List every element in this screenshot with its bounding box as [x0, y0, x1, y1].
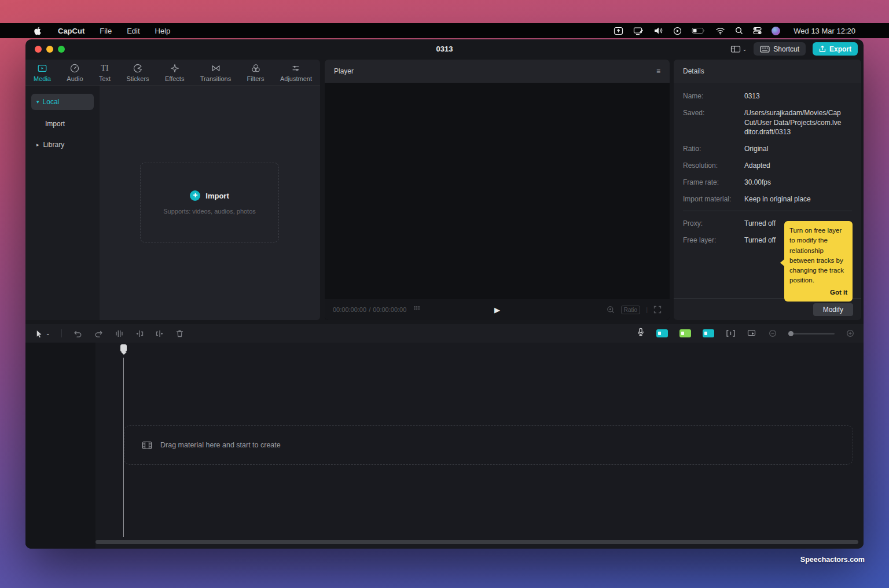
tooltip-text: Turn on free layer to modify the relatio…	[789, 226, 847, 286]
tab-adjustment-label: Adjustment	[280, 75, 312, 82]
menu-file[interactable]: File	[100, 27, 112, 35]
delete-icon[interactable]	[175, 329, 184, 338]
display-layout-icon	[730, 45, 741, 53]
library-collapse-caret-icon: ▸	[36, 142, 39, 148]
app-menu-capcut[interactable]: CapCut	[58, 27, 85, 35]
battery-icon[interactable]	[692, 27, 706, 34]
tab-text[interactable]: TI Text	[99, 63, 111, 82]
ratio-button[interactable]: Ratio	[621, 306, 640, 314]
detail-value: Turned off	[744, 236, 784, 245]
got-it-button[interactable]: Got it	[789, 288, 847, 297]
zoom-slider-handle[interactable]	[788, 331, 794, 336]
svg-text:TI: TI	[101, 64, 108, 72]
now-playing-icon[interactable]	[673, 27, 682, 35]
detail-label: Ratio:	[683, 144, 744, 154]
transitions-icon	[211, 63, 221, 74]
export-button[interactable]: Export	[813, 42, 858, 56]
horizontal-scrollbar[interactable]	[95, 540, 858, 544]
track-header-column	[25, 343, 95, 549]
minimize-button[interactable]	[46, 46, 53, 53]
filters-icon	[251, 63, 261, 74]
siri-icon[interactable]	[772, 27, 780, 35]
zoom-out-icon[interactable]	[769, 329, 777, 337]
detail-label: Name:	[683, 91, 744, 101]
player-title: Player	[334, 67, 354, 75]
tab-stickers[interactable]: Stickers	[126, 63, 149, 82]
preview-quality-icon[interactable]	[413, 306, 420, 314]
sidebar-local-label: Local	[43, 98, 60, 106]
tab-filters-label: Filters	[247, 75, 265, 82]
sidebar-item-import[interactable]: Import	[25, 116, 100, 131]
sidebar-item-library[interactable]: ▸ Library	[31, 137, 94, 152]
media-tabbar: Media Audio TI Text Stickers Effects Tra…	[25, 60, 320, 86]
detail-label: Saved:	[683, 108, 744, 137]
player-viewport: 00:00:00:00 / 00:00:00:00 ▶ Ratio |	[325, 83, 670, 320]
tab-filters[interactable]: Filters	[247, 63, 265, 82]
menu-help[interactable]: Help	[155, 27, 171, 35]
layout-mode-dropdown[interactable]: ⌄	[730, 45, 747, 53]
tab-transitions[interactable]: Transitions	[200, 63, 231, 82]
timeline-empty-hint: Drag material here and start to create	[160, 441, 281, 449]
split-icon[interactable]	[115, 329, 124, 338]
keyboard-icon	[760, 46, 770, 53]
import-button-row: + Import	[190, 190, 229, 201]
detail-value: Original	[744, 144, 776, 154]
tab-text-label: Text	[99, 75, 111, 82]
timeline-toolbar-left: ⌄	[35, 329, 184, 338]
timeline-dropzone[interactable]: Drag material here and start to create	[124, 425, 853, 465]
wifi-icon[interactable]	[715, 27, 725, 35]
apple-logo-icon[interactable]	[34, 27, 42, 35]
tab-media[interactable]: Media	[34, 63, 51, 82]
playhead-handle[interactable]	[120, 344, 127, 352]
tab-effects[interactable]: Effects	[165, 63, 184, 82]
timeline-zoom-slider[interactable]	[788, 333, 835, 335]
delete-right-icon[interactable]	[155, 329, 164, 338]
detail-value: /Users/surajkadam/Movies/CapCut/User Dat…	[744, 108, 852, 137]
menubar-clock[interactable]: Wed 13 Mar 12:20	[794, 27, 855, 35]
volume-icon[interactable]	[653, 27, 663, 35]
spotlight-search-icon[interactable]	[735, 27, 743, 35]
main-track-magnet-toggle[interactable]	[656, 329, 668, 337]
linked-selection-toggle[interactable]	[703, 329, 714, 337]
sticker-icon	[133, 63, 143, 74]
controls-divider: |	[646, 306, 648, 313]
player-menu-icon[interactable]: ≡	[656, 67, 660, 75]
auto-snapping-toggle[interactable]	[679, 329, 691, 337]
export-label: Export	[829, 45, 851, 53]
preview-zoom-icon[interactable]	[607, 306, 615, 314]
tab-media-label: Media	[34, 75, 51, 82]
cursor-icon	[35, 329, 43, 338]
tab-audio[interactable]: Audio	[67, 63, 83, 82]
play-button[interactable]: ▶	[494, 306, 500, 314]
details-title: Details	[683, 67, 704, 75]
close-button[interactable]	[35, 46, 42, 53]
detail-label: Resolution:	[683, 161, 744, 171]
record-voiceover-button[interactable]	[637, 328, 645, 339]
player-right-controls: Ratio |	[607, 306, 662, 314]
menu-edit[interactable]: Edit	[127, 27, 139, 35]
import-dropzone[interactable]: + Import Supports: videos, audios, photo…	[140, 163, 279, 242]
track-height-button[interactable]	[747, 329, 757, 337]
media-sidebar: ▾ Local Import ▸ Library	[25, 86, 100, 320]
tab-adjustment[interactable]: Adjustment	[280, 63, 312, 82]
detail-row-ratio: Ratio: Original	[683, 144, 852, 154]
display-edit-icon[interactable]	[633, 27, 644, 35]
maximize-button[interactable]	[58, 46, 65, 53]
playhead[interactable]	[120, 344, 127, 537]
local-expand-caret-icon: ▾	[36, 99, 39, 105]
delete-left-icon[interactable]	[135, 329, 144, 338]
export-icon	[819, 45, 826, 53]
adjustment-icon	[291, 63, 301, 74]
redo-icon[interactable]	[94, 329, 104, 338]
preview-axis-toggle[interactable]	[726, 329, 736, 337]
modify-button[interactable]: Modify	[813, 303, 853, 316]
undo-icon[interactable]	[73, 329, 83, 338]
control-center-icon[interactable]	[753, 27, 762, 35]
media-icon	[37, 63, 47, 74]
sidebar-item-local[interactable]: ▾ Local	[31, 94, 94, 110]
shortcut-button[interactable]: Shortcut	[754, 42, 806, 56]
select-tool-dropdown[interactable]: ⌄	[35, 329, 50, 338]
zoom-in-icon[interactable]	[846, 329, 854, 337]
fullscreen-icon[interactable]	[653, 306, 662, 314]
capture-icon[interactable]	[614, 27, 623, 35]
